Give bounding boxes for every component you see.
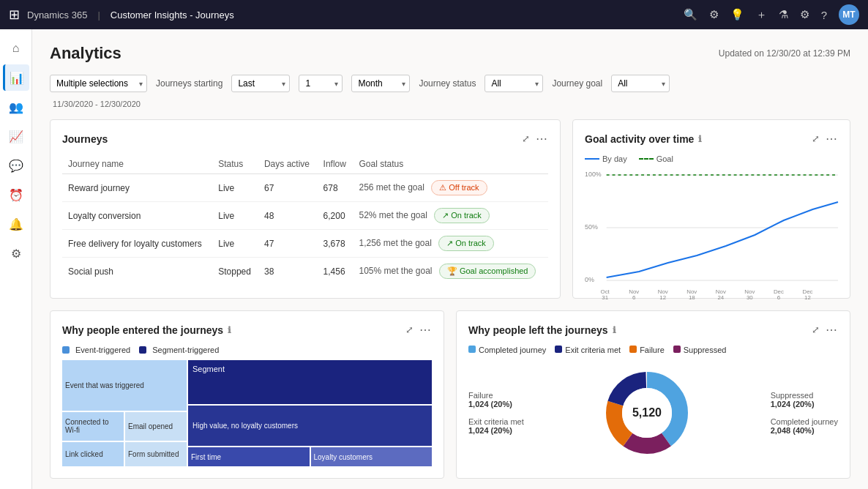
sidebar-item-analytics[interactable]: 📊 bbox=[3, 64, 29, 91]
journeys-more-icon[interactable]: ⋯ bbox=[536, 132, 548, 146]
goal-activity-info-icon[interactable]: ℹ bbox=[698, 134, 702, 144]
legend-completed-journey: Completed journey bbox=[468, 346, 546, 354]
status-select[interactable]: All bbox=[484, 75, 543, 92]
table-row: Social push Stopped 38 1,456 105% met th… bbox=[62, 258, 548, 285]
treemap-legend: Event-triggered Segment-triggered bbox=[62, 346, 432, 354]
svg-text:31: 31 bbox=[602, 294, 608, 301]
treemap-cell-form: Form submitted bbox=[125, 442, 187, 466]
why-entered-expand-icon[interactable]: ⤢ bbox=[405, 324, 414, 335]
journey-multiselect[interactable]: Multiple selections bbox=[50, 75, 147, 92]
svg-text:30: 30 bbox=[747, 294, 753, 301]
treemap-row-bottom: First time Loyalty customers bbox=[188, 447, 432, 466]
search-icon[interactable]: 🔍 bbox=[684, 8, 697, 21]
segment-triggered-legend: Segment-triggered bbox=[139, 346, 219, 354]
goal-select[interactable]: All bbox=[611, 75, 670, 92]
plus-icon[interactable]: ＋ bbox=[756, 8, 767, 22]
sidebar-item-clock[interactable]: ⏰ bbox=[3, 182, 29, 208]
svg-text:24: 24 bbox=[717, 294, 724, 301]
brand-name: Dynamics 365 bbox=[27, 10, 87, 20]
cell-journey-name: Loyalty conversion bbox=[62, 202, 212, 230]
sidebar: ⌂ 📊 👥 📈 💬 ⏰ 🔔 ⚙ bbox=[0, 29, 32, 489]
why-left-expand-icon[interactable]: ⤢ bbox=[812, 324, 820, 335]
completed-journey-label: Completed journey 2,048 (40%) bbox=[771, 417, 838, 435]
legend-day-line bbox=[585, 158, 599, 160]
col-inflow: Inflow bbox=[318, 154, 353, 174]
gear-icon[interactable]: ⚙ bbox=[800, 8, 809, 21]
page-header: Analytics Updated on 12/30/20 at 12:39 P… bbox=[50, 44, 850, 63]
journeys-card-title: Journeys bbox=[62, 133, 108, 145]
period-select-wrapper: Month bbox=[351, 75, 410, 92]
settings-circle-icon[interactable]: ⚙ bbox=[709, 8, 719, 21]
treemap-cell-segment: Segment bbox=[188, 360, 432, 404]
treemap-cell-wifi: Connected to Wi-fi bbox=[62, 412, 124, 441]
legend-goal: Goal bbox=[639, 154, 673, 163]
why-left-more-icon[interactable]: ⋯ bbox=[826, 323, 838, 337]
table-header-row: Journey name Status Days active Inflow G… bbox=[62, 154, 548, 174]
last-select-wrapper: Last bbox=[231, 75, 290, 92]
help-icon[interactable]: ? bbox=[821, 9, 827, 21]
table-row: Free delivery for loyalty customers Live… bbox=[62, 230, 548, 258]
journeys-card: Journeys ⤢ ⋯ Journey name Status Days ac… bbox=[50, 119, 561, 299]
cell-inflow: 3,678 bbox=[318, 230, 353, 258]
donut-chart: 5,120 bbox=[603, 369, 691, 457]
cell-days: 67 bbox=[258, 174, 318, 202]
sidebar-item-home[interactable]: ⌂ bbox=[3, 35, 29, 61]
sidebar-item-alerts[interactable]: 🔔 bbox=[3, 211, 29, 237]
treemap-cell-link: Link clicked bbox=[62, 442, 124, 466]
table-row: Loyalty conversion Live 48 6,200 52% met… bbox=[62, 202, 548, 230]
journey-select-wrapper: Multiple selections bbox=[50, 75, 147, 92]
col-status: Status bbox=[212, 154, 258, 174]
user-avatar[interactable]: MT bbox=[839, 4, 859, 25]
failure-label: Failure 1,024 (20%) bbox=[468, 391, 524, 408]
why-entered-more-icon[interactable]: ⋯ bbox=[419, 323, 432, 337]
num-select[interactable]: 1 bbox=[299, 75, 343, 92]
donut-labels-left: Failure 1,024 (20%) Exit criteria met 1,… bbox=[468, 391, 524, 435]
treemap-row-3: Link clicked Form submitted bbox=[62, 442, 187, 466]
last-select[interactable]: Last bbox=[231, 75, 290, 92]
goal-activity-expand-icon[interactable]: ⤢ bbox=[812, 133, 820, 144]
goal-activity-more-icon[interactable]: ⋯ bbox=[826, 132, 838, 146]
main-content: Analytics Updated on 12/30/20 at 12:39 P… bbox=[32, 29, 868, 489]
legend-by-day: By day bbox=[585, 154, 627, 163]
cell-days: 47 bbox=[258, 230, 318, 258]
why-left-info-icon[interactable]: ℹ bbox=[613, 325, 616, 335]
treemap-cell-loyalty: Loyalty customers bbox=[311, 447, 433, 466]
date-range-label: 11/30/2020 - 12/30/2020 bbox=[53, 100, 141, 108]
exit-criteria-label: Exit criteria met 1,024 (20%) bbox=[468, 417, 524, 435]
svg-text:50%: 50% bbox=[585, 223, 598, 231]
nav-separator: | bbox=[97, 10, 100, 20]
treemap-row-2: Connected to Wi-fi Email opened bbox=[62, 412, 187, 441]
period-select[interactable]: Month bbox=[351, 75, 410, 92]
goal-activity-title: Goal activity over time ℹ bbox=[585, 133, 702, 145]
sidebar-item-people[interactable]: 👥 bbox=[3, 94, 29, 120]
sidebar-item-chart[interactable]: 📈 bbox=[3, 123, 29, 149]
why-entered-info-icon[interactable]: ℹ bbox=[228, 325, 231, 335]
col-journey-name: Journey name bbox=[62, 154, 212, 174]
goal-activity-header: Goal activity over time ℹ ⤢ ⋯ bbox=[585, 132, 838, 146]
filter-icon[interactable]: ⚗ bbox=[779, 8, 788, 21]
journey-goal-label: Journey goal bbox=[552, 78, 602, 89]
page-title: Analytics bbox=[50, 44, 121, 63]
treemap-area: Event that was triggered Connected to Wi… bbox=[62, 360, 432, 466]
svg-text:0%: 0% bbox=[585, 276, 594, 283]
sidebar-item-settings[interactable]: ⚙ bbox=[3, 240, 29, 266]
why-left-card: Why people left the journeys ℹ ⤢ ⋯ Compl… bbox=[456, 310, 850, 479]
svg-text:18: 18 bbox=[689, 294, 695, 301]
why-entered-header: Why people entered the journeys ℹ ⤢ ⋯ bbox=[62, 323, 432, 337]
cell-goal-status: 1,256 met the goal ↗ On track bbox=[353, 230, 548, 258]
sidebar-item-messages[interactable]: 💬 bbox=[3, 152, 29, 179]
why-entered-title: Why people entered the journeys ℹ bbox=[62, 324, 231, 336]
segment-legend-dot bbox=[139, 346, 146, 354]
legend-failure: Failure bbox=[629, 346, 665, 354]
why-entered-actions: ⤢ ⋯ bbox=[405, 323, 432, 337]
lightbulb-icon[interactable]: 💡 bbox=[730, 8, 744, 21]
svg-text:6: 6 bbox=[777, 294, 781, 301]
suppressed-label: Suppressed 1,024 (20%) bbox=[771, 391, 838, 408]
donut-labels-right: Suppressed 1,024 (20%) Completed journey… bbox=[771, 391, 838, 435]
cell-status: Live bbox=[212, 174, 258, 202]
journeys-expand-icon[interactable]: ⤢ bbox=[522, 133, 530, 144]
middle-row-grid: Why people entered the journeys ℹ ⤢ ⋯ Ev… bbox=[50, 310, 850, 479]
grid-menu-icon[interactable]: ⊞ bbox=[9, 7, 20, 23]
goal-select-wrapper: All bbox=[611, 75, 670, 92]
goal-activity-actions: ⤢ ⋯ bbox=[812, 132, 838, 146]
